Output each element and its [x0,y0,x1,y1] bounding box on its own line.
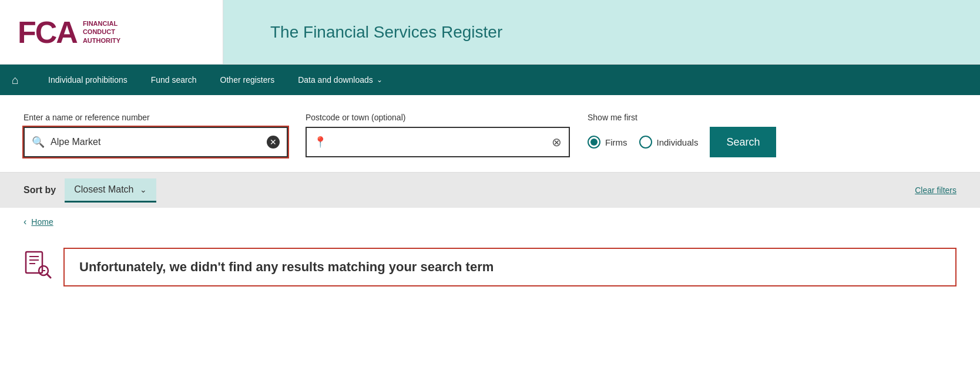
radio-firms-label: Firms [605,137,627,147]
fca-logo: FCA FINANCIAL CONDUCT AUTHORITY [18,17,120,48]
postcode-input[interactable] [333,137,552,147]
postcode-field-group: Postcode or town (optional) 📍 ⊗ [306,113,570,157]
radio-individuals[interactable]: Individuals [639,136,699,149]
clear-filters-link[interactable]: Clear filters [915,186,956,195]
home-nav-icon[interactable]: ⌂ [12,73,19,87]
sort-current-value: Closest Match [74,184,133,195]
breadcrumb: ‹ Home [0,208,980,236]
postcode-field-label: Postcode or town (optional) [306,113,570,122]
sort-dropdown[interactable]: Closest Match ⌄ [65,178,156,203]
gps-icon[interactable]: ⊗ [552,135,562,149]
name-field-group: Enter a name or reference number 🔍 ✕ [24,113,288,157]
nav-item-individual-prohibitions[interactable]: Individual prohibitions [36,65,139,95]
chevron-down-icon: ⌄ [140,185,147,194]
sort-by-label: Sort by [24,185,56,195]
no-results-message-box: Unfortunately, we didn't find any result… [63,248,956,286]
svg-rect-0 [26,252,42,273]
breadcrumb-home-link[interactable]: Home [31,217,53,227]
fca-org-text: FINANCIAL CONDUCT AUTHORITY [83,19,120,45]
postcode-input-wrapper: 📍 ⊗ [306,127,570,157]
chevron-down-icon: ⌄ [377,76,382,84]
radio-individuals-label: Individuals [657,137,699,147]
fca-logo-letters: FCA [18,17,77,48]
no-results-container: Unfortunately, we didn't find any result… [24,248,956,286]
search-icon: 🔍 [32,136,45,149]
show-me-first-label: Show me first [588,113,776,122]
radio-firms-circle[interactable] [588,136,600,149]
clear-input-button[interactable]: ✕ [267,136,280,149]
nav-item-fund-search[interactable]: Fund search [139,65,209,95]
name-field-label: Enter a name or reference number [24,113,288,122]
no-results-icon [24,251,52,284]
results-section: Unfortunately, we didn't find any result… [0,236,980,298]
main-nav: ⌂ Individual prohibitions Fund search Ot… [0,65,980,95]
radio-group: Firms Individuals Search [588,127,776,157]
radio-individuals-circle[interactable] [639,136,652,149]
sort-bar: Sort by Closest Match ⌄ Clear filters [0,173,980,208]
sort-left: Sort by Closest Match ⌄ [24,178,156,203]
location-pin-icon: 📍 [314,136,327,149]
page-title: The Financial Services Register [270,23,502,42]
svg-line-5 [47,274,51,278]
page-header: FCA FINANCIAL CONDUCT AUTHORITY The Fina… [0,0,980,65]
name-search-input[interactable] [51,137,267,147]
no-results-message: Unfortunately, we didn't find any result… [79,259,941,275]
nav-items-list: Individual prohibitions Fund search Othe… [36,65,394,95]
header-title-section: The Financial Services Register [223,0,980,64]
search-fields: Enter a name or reference number 🔍 ✕ Pos… [24,113,956,157]
radio-firms[interactable]: Firms [588,136,627,149]
show-me-first-group: Show me first Firms Individuals Search [588,113,776,157]
search-section: Enter a name or reference number 🔍 ✕ Pos… [0,95,980,173]
logo-section: FCA FINANCIAL CONDUCT AUTHORITY [0,0,223,64]
search-button[interactable]: Search [710,127,776,157]
name-input-wrapper: 🔍 ✕ [24,127,288,157]
breadcrumb-back-arrow[interactable]: ‹ [24,217,26,227]
nav-item-other-registers[interactable]: Other registers [209,65,287,95]
nav-item-data-downloads[interactable]: Data and downloads ⌄ [286,65,394,95]
